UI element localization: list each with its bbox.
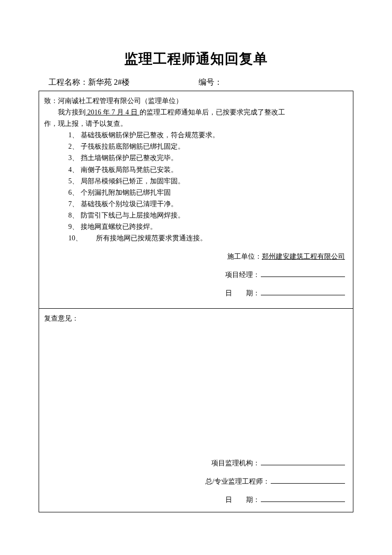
- items-list: 1、 基础筏板钢筋保护层已整改，符合规范要求。 2、 子筏板拉筋底部钢筋已绑扎固…: [44, 129, 348, 244]
- date-label-bottom: 日 期：: [225, 494, 260, 505]
- review-opinion-label: 复查意见：: [44, 313, 348, 324]
- project-manager-blank[interactable]: [261, 270, 345, 277]
- date-label-top: 日 期：: [225, 287, 260, 299]
- list-item: 8、 防雷引下线已与上层接地网焊接。: [68, 210, 348, 221]
- date-blank-bottom[interactable]: [261, 495, 345, 502]
- project-name-value: 新华苑 2#楼: [88, 78, 130, 86]
- top-section: 致：河南诚社工程管理有限公司（监理单位） 我方接到 2016 年 7 月 4 日…: [39, 91, 353, 309]
- receipt-line2: 作，现上报，请予以复查。: [44, 118, 348, 129]
- supervision-engineer-blank[interactable]: [271, 477, 345, 484]
- supervision-engineer-label: 总/专业监理工程师：: [205, 476, 270, 487]
- date-blank-top[interactable]: [261, 288, 345, 295]
- list-item: 5、 局部吊模倾斜已矫正，加固牢固。: [68, 175, 348, 187]
- list-item: 1、 基础筏板钢筋保护层已整改，符合规范要求。: [68, 129, 348, 141]
- project-manager-label: 项目经理：: [225, 269, 260, 280]
- list-item: 7、 基础筏板个别垃圾已清理干净。: [68, 198, 348, 210]
- supervision-org-blank[interactable]: [261, 458, 345, 465]
- list-item: 4、 南侧子筏板局部马凳筋已安装。: [68, 164, 348, 175]
- header-row: 工程名称：新华苑 2#楼 编号：: [39, 77, 353, 88]
- bottom-section: 复查意见： 项目监理机构： 总/专业监理工程师： 日 期：: [39, 309, 353, 512]
- to-prefix: 致：: [44, 97, 58, 105]
- form-box: 致：河南诚社工程管理有限公司（监理单位） 我方接到 2016 年 7 月 4 日…: [39, 91, 353, 512]
- supervision-org-label: 项目监理机构：: [211, 457, 260, 469]
- construction-unit-value: 郑州建安建筑工程有限公司: [262, 253, 345, 260]
- form-title: 监理工程师通知回复单: [39, 50, 353, 68]
- list-item: 6、 个别漏扎附加钢筋已绑扎牢固: [68, 187, 348, 198]
- receipt-date: 2016 年 7 月 4 日: [86, 109, 140, 116]
- receipt-prefix: 我方接到: [58, 109, 86, 116]
- construction-unit-label: 施工单位：: [227, 251, 262, 262]
- to-company: 河南诚社工程管理有限公司（监理单位）: [58, 97, 183, 105]
- list-item: 2、 子筏板拉筋底部钢筋已绑扎固定。: [68, 141, 348, 152]
- receipt-suffix: 的监理工程师通知单后，已按要求完成了整改工: [140, 109, 285, 116]
- list-item: 9、 接地网直螺纹已跨接焊。: [68, 221, 348, 232]
- list-item: 3、 挡土墙钢筋保护层已整改完毕。: [68, 152, 348, 164]
- form-number-label: 编号：: [198, 78, 222, 86]
- project-name-label: 工程名称：: [49, 78, 88, 86]
- list-item: 10、 所有接地网已按规范要求贯通连接。: [68, 232, 348, 244]
